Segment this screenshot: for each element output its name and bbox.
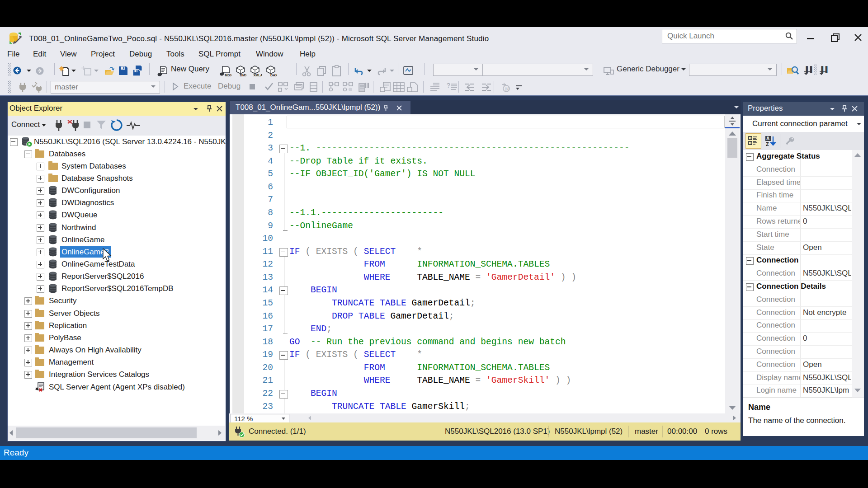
svg-text:A: A	[766, 136, 769, 141]
svg-text:DAX: DAX	[270, 73, 277, 77]
svg-text:XMLA: XMLA	[254, 73, 262, 77]
svg-text:?: ?	[447, 82, 450, 89]
svg-text:DMX: DMX	[240, 73, 247, 77]
svg-text:Z: Z	[766, 141, 769, 146]
svg-text:@: @	[505, 86, 509, 91]
svg-text:MDX: MDX	[225, 73, 231, 77]
